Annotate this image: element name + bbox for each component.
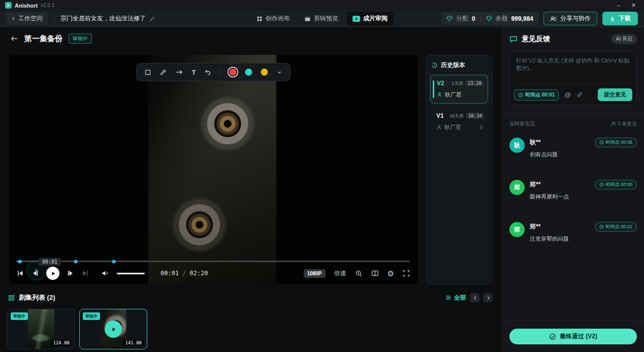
close-button[interactable]: ✕ [631, 3, 636, 8]
episode-duration: 141.00 [123, 340, 144, 346]
play-overlay-button[interactable] [105, 321, 122, 338]
minimize-button[interactable]: – [617, 3, 620, 8]
progress-track[interactable] [17, 261, 410, 262]
filter-icon [445, 295, 452, 301]
play-button[interactable] [46, 267, 59, 280]
arrow-tool-icon[interactable] [176, 69, 183, 75]
speed-button[interactable]: 倍速 [334, 269, 346, 278]
comment-timestamp-chip[interactable]: 时间点 00:21 [595, 222, 637, 232]
version-item-v1[interactable]: V1 29天前 10.34 耿广星 [430, 108, 488, 136]
color-yellow-swatch[interactable] [261, 69, 268, 76]
download-button[interactable]: 下载 [602, 12, 638, 25]
comment-marker[interactable] [18, 260, 22, 263]
episode-card-1[interactable]: 审核中 124.00 [7, 309, 75, 349]
tab-label: 剪辑预览 [314, 14, 338, 23]
app-name: Anishort [15, 3, 38, 9]
timestamp-label: 时间点 00:01 [525, 91, 555, 99]
version-item-v2[interactable]: V2 1天前 23.28 耿广星 [430, 75, 488, 104]
approve-label: 最终通过 (V2) [560, 332, 597, 341]
rect-tool-icon[interactable] [145, 69, 151, 76]
comment-item[interactable]: 郑 郑** 时间点 00:21 注意穿帮的问题 [509, 222, 637, 243]
episode-thumbnail [28, 309, 54, 349]
tab-edit-preview[interactable]: 剪辑预览 [299, 12, 344, 25]
history-title: 历史版本 [441, 61, 465, 70]
undo-icon[interactable] [204, 69, 211, 76]
prev-page-button[interactable] [470, 293, 479, 302]
clock-icon [599, 140, 604, 145]
volume-button[interactable] [102, 270, 109, 277]
header-bar: 工作空间 宗门全是前女友，这仙没法修了 创作画布 剪辑预览 成片审阅 [0, 11, 644, 27]
project-title: 宗门全是前女友，这仙没法修了 [60, 14, 146, 23]
color-red-swatch[interactable] [229, 69, 236, 76]
pencil-icon [149, 16, 155, 22]
download-icon [609, 16, 616, 22]
ai-toggle-badge[interactable]: AI 开启 [611, 34, 637, 44]
avatar: 郑 [509, 180, 525, 195]
version-size-badge: 10.34 [466, 113, 484, 119]
tab-final-review[interactable]: 成片审阅 [347, 12, 393, 25]
people-icon [550, 16, 557, 22]
duration: 02:20 [189, 270, 208, 277]
split-view-button[interactable] [371, 270, 379, 277]
settings-button[interactable]: ⚙ [388, 270, 394, 277]
time-tooltip: 00:01 [39, 258, 61, 266]
filter-label: 全部 [454, 294, 466, 302]
color-teal-swatch[interactable] [245, 69, 252, 76]
chevron-down-icon[interactable] [276, 70, 282, 75]
filter-all-button[interactable]: 全部 [445, 294, 466, 302]
edit-title-button[interactable] [149, 16, 155, 22]
comment-item[interactable]: 耿 耿** 时间点 00:35 剑有点问题 [509, 138, 637, 158]
timestamp-chip[interactable]: 时间点 00:01 [514, 89, 559, 101]
time-display: 00:01 / 02:20 [160, 270, 208, 277]
delete-version-button[interactable] [478, 124, 484, 130]
comment-text: 注意穿帮的问题 [530, 235, 637, 243]
pill-divider [480, 16, 481, 22]
pen-tool-icon[interactable] [160, 69, 167, 76]
clapperboard-icon [304, 15, 311, 22]
episode-duration: 124.00 [51, 340, 72, 346]
current-time: 00:01 [160, 270, 179, 277]
frame-back-button[interactable] [31, 270, 39, 277]
time-separator: / [182, 270, 186, 277]
episode-status-badge: 审核中 [83, 312, 100, 320]
skip-start-button[interactable] [17, 270, 24, 277]
comment-marker[interactable] [112, 260, 116, 263]
status-badge: 审核中 [69, 34, 92, 44]
submit-comment-button[interactable]: 提交意见 [598, 88, 632, 101]
paperclip-icon [577, 91, 584, 98]
skip-end-button[interactable] [82, 270, 89, 277]
video-player[interactable]: T 00:01 [9, 55, 417, 284]
attach-button[interactable] [577, 91, 584, 98]
final-approve-button[interactable]: 最终通过 (V2) [509, 329, 637, 344]
footer-divider [502, 321, 644, 321]
comment-timestamp-chip[interactable]: 时间点 00:00 [595, 180, 637, 189]
header-divider [54, 15, 54, 22]
avatar: 郑 [509, 222, 525, 237]
clock-icon [599, 225, 604, 229]
comment-marker[interactable] [74, 260, 78, 263]
tab-creation-canvas[interactable]: 创作画布 [251, 12, 296, 25]
comment-timestamp-chip[interactable]: 时间点 00:35 [595, 138, 637, 147]
person-icon [436, 124, 442, 130]
quality-badge[interactable]: 1080P [304, 269, 326, 278]
history-panel: 历史版本 V2 1天前 23.28 耿广星 V1 29天前 10.34 [426, 55, 493, 284]
comment-item[interactable]: 郑 郑** 时间点 00:00 眼神再犀利一点 [509, 180, 637, 201]
workspace-back-button[interactable]: 工作空间 [6, 12, 48, 25]
frame-forward-button[interactable] [67, 270, 74, 277]
back-button[interactable] [10, 35, 18, 42]
fullscreen-button[interactable] [403, 270, 410, 277]
mention-button[interactable]: @ [564, 91, 571, 98]
share-collaborate-button[interactable]: 分享与协作 [543, 12, 597, 25]
main-area: 第一集备份 审核中 T 00 [0, 27, 502, 352]
zoom-in-button[interactable] [355, 270, 363, 277]
tab-label: 创作画布 [266, 14, 290, 23]
text-tool-icon[interactable]: T [192, 69, 196, 76]
comment-input[interactable] [510, 52, 636, 81]
grid-icon [8, 295, 15, 301]
workspace-label: 工作空间 [18, 14, 43, 23]
volume-slider[interactable] [117, 273, 145, 274]
next-page-button[interactable] [484, 293, 493, 302]
episode-card-2-selected[interactable]: 审核中 141.00 [79, 309, 147, 349]
credits-pill[interactable]: 分配 0 余额 999,984 [441, 12, 538, 25]
video-review-icon [352, 16, 360, 22]
